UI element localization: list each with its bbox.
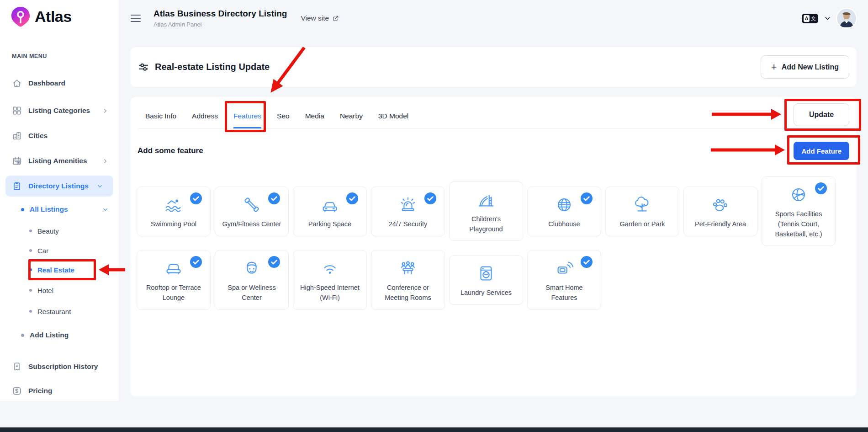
feature-card-gym[interactable]: Gym/Fitness Center: [215, 187, 289, 236]
feature-card-garden[interactable]: Garden or Park: [605, 187, 679, 236]
check-badge: [424, 192, 436, 204]
brand-name: Atlas: [35, 8, 72, 26]
language-wen-glyph: 文: [810, 15, 816, 22]
dollar-icon: [12, 386, 22, 396]
listing-editor-card: Basic Info Address Features Seo Media Ne…: [130, 97, 857, 396]
feature-card-smart-home[interactable]: Smart Home Features: [527, 250, 601, 310]
buildings-icon: [12, 131, 22, 141]
feature-card-parking[interactable]: Parking Space: [293, 187, 367, 236]
sidebar-item-label: Subscription History: [28, 363, 98, 371]
page: Atlas MAIN MENU Dashboard Listing Catego…: [0, 0, 868, 432]
smart-home-icon: [554, 258, 575, 279]
meeting-icon: [397, 258, 418, 279]
feature-card-playground[interactable]: Children's Playground: [449, 181, 523, 241]
feature-card-rooftop-lounge[interactable]: Rooftop or Terrace Lounge: [137, 250, 211, 310]
feature-label: Parking Space: [308, 219, 351, 229]
tab-seo[interactable]: Seo: [277, 112, 290, 128]
sidebar-item-real-estate[interactable]: Real Estate: [0, 261, 119, 278]
sliders-icon: [138, 61, 149, 73]
tab-3d-model[interactable]: 3D Model: [378, 112, 408, 128]
feature-label: 24/7 Security: [389, 219, 428, 229]
user-avatar[interactable]: [837, 9, 856, 28]
bullet-icon: [29, 310, 32, 313]
sidebar-item-car[interactable]: Car: [0, 242, 119, 259]
bullet-icon: [29, 229, 32, 232]
sidebar-item-label: Add Listing: [30, 331, 69, 339]
siren-icon: [397, 194, 418, 215]
car-icon: [319, 194, 340, 215]
tree-icon: [632, 194, 653, 215]
bullet-icon: [21, 208, 24, 211]
paw-icon: [710, 194, 731, 215]
feature-card-clubhouse[interactable]: Clubhouse: [527, 187, 601, 236]
feature-section-heading: Add some feature: [138, 146, 203, 155]
feature-label: Pet-Friendly Area: [695, 219, 746, 229]
brand-logo[interactable]: Atlas: [10, 5, 72, 27]
sidebar-item-all-listings[interactable]: All Listings: [0, 201, 119, 218]
clipboard-icon: [12, 181, 22, 191]
sidebar-item-label: Dashboard: [28, 79, 65, 87]
home-icon: [12, 78, 22, 88]
grid-icon: [12, 106, 22, 116]
feature-label: Conference or Meeting Rooms: [376, 283, 440, 303]
feature-label: Smart Home Features: [532, 283, 596, 303]
add-new-listing-button[interactable]: + Add New Listing: [761, 55, 849, 79]
sidebar-item-cities[interactable]: Cities: [0, 126, 119, 146]
tab-media[interactable]: Media: [305, 112, 324, 128]
feature-label: Clubhouse: [548, 219, 580, 229]
view-site-label: View site: [301, 14, 329, 22]
feature-grid: Swimming Pool Gym/Fitness Center Parking…: [137, 176, 850, 310]
tab-nearby[interactable]: Nearby: [340, 112, 363, 128]
external-link-icon: [332, 15, 339, 22]
page-header-card: Real-estate Listing Update + Add New Lis…: [130, 47, 857, 87]
language-switcher[interactable]: A 文: [802, 14, 818, 23]
sidebar-item-label: Pricing: [28, 387, 53, 395]
feature-label: Swimming Pool: [151, 219, 196, 229]
calendar-plus-icon: [12, 156, 22, 166]
feature-label: High-Speed Internet (Wi-Fi): [298, 283, 362, 303]
update-button[interactable]: Update: [794, 103, 849, 126]
feature-card-spa[interactable]: Spa or Wellness Center: [215, 250, 289, 310]
chevron-down-icon[interactable]: [824, 15, 831, 22]
view-site-link[interactable]: View site: [301, 14, 339, 22]
tab-features[interactable]: Features: [233, 112, 261, 128]
feature-card-conference[interactable]: Conference or Meeting Rooms: [371, 250, 445, 310]
tab-basic-info[interactable]: Basic Info: [145, 112, 176, 128]
feature-label: Spa or Wellness Center: [220, 283, 284, 303]
sidebar-item-pricing[interactable]: Pricing: [0, 381, 119, 401]
chevron-right-icon: [102, 107, 109, 114]
feature-label: Rooftop or Terrace Lounge: [142, 283, 206, 303]
sidebar-item-hotel[interactable]: Hotel: [0, 282, 119, 299]
check-badge: [581, 256, 593, 268]
sidebar-item-directory-listings[interactable]: Directory Listings: [5, 176, 113, 197]
tab-address[interactable]: Address: [192, 112, 218, 128]
sidebar-item-add-listing[interactable]: Add Listing: [0, 327, 119, 343]
feature-label: Garden or Park: [619, 219, 665, 229]
feature-card-security[interactable]: 24/7 Security: [371, 187, 445, 236]
sidebar-item-listing-amenities[interactable]: Listing Amenities: [0, 151, 119, 171]
bullet-icon: [29, 249, 32, 252]
feature-card-wifi[interactable]: High-Speed Internet (Wi-Fi): [293, 250, 367, 310]
swimming-pool-icon: [163, 194, 184, 215]
tab-bar: Basic Info Address Features Seo Media Ne…: [138, 97, 849, 129]
sidebar-item-dashboard[interactable]: Dashboard: [0, 73, 119, 93]
feature-card-sports-facilities[interactable]: Sports Facilities (Tennis Court, Basketb…: [762, 176, 836, 246]
add-new-listing-label: Add New Listing: [782, 63, 839, 71]
volleyball-icon: [788, 184, 809, 205]
receipt-icon: [12, 362, 22, 372]
sidebar-item-subscription-history[interactable]: Subscription History: [0, 357, 119, 377]
sidebar-item-restaurant[interactable]: Restaurant: [0, 303, 119, 320]
hamburger-menu-icon[interactable]: [131, 15, 141, 22]
feature-card-pet-friendly[interactable]: Pet-Friendly Area: [683, 187, 757, 236]
feature-label: Sports Facilities (Tennis Court, Basketb…: [767, 209, 831, 239]
add-feature-button[interactable]: Add Feature: [794, 142, 849, 160]
check-badge: [268, 192, 280, 204]
bullet-icon: [21, 334, 24, 337]
feature-card-swimming-pool[interactable]: Swimming Pool: [137, 187, 211, 236]
sidebar-item-beauty[interactable]: Beauty: [0, 223, 119, 239]
sidebar-item-label: Listing Amenities: [28, 157, 87, 165]
feature-card-laundry[interactable]: Laundry Services: [449, 255, 523, 305]
sidebar-item-listing-categories[interactable]: Listing Categories: [0, 101, 119, 121]
main-content: Atlas Business Directory Listing Atlas A…: [119, 0, 868, 432]
dumbbell-icon: [241, 194, 262, 215]
